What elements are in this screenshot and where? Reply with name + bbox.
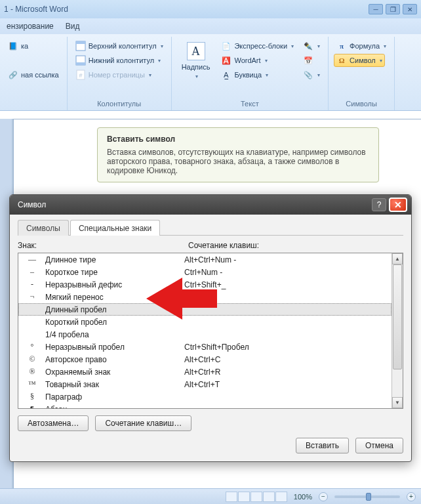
datetime-icon: 📅 [303, 55, 313, 66]
insert-button[interactable]: Вставить [296, 438, 349, 453]
dialog-close-button[interactable]: ✕ [389, 198, 407, 212]
zoom-out-button[interactable]: − [319, 492, 328, 501]
view-buttons [226, 492, 287, 502]
ribbon-btn-pagenumber[interactable]: # Номер страницы▾ [73, 68, 154, 81]
tooltip-body: Вставка символов, отсутствующих на клави… [107, 148, 369, 175]
ribbon-btn-header[interactable]: Верхний колонтитул▾ [73, 39, 166, 52]
ribbon-group-text: A Надпись ▾ 📄 Экспресс-блоки▾ 🅰️ WordArt… [172, 37, 329, 110]
row-shortcut: Alt+Ctrl+C [184, 355, 391, 364]
ribbon-btn-symbol[interactable]: Ω Символ▾ [334, 54, 385, 67]
ribbon-btn-datetime[interactable]: 📅 [300, 54, 316, 67]
header-char: Знак: [18, 241, 188, 250]
zoom-level[interactable]: 100% [294, 493, 312, 501]
list-table[interactable]: —Длинное тиреAlt+Ctrl+Num -–Короткое тир… [18, 253, 391, 408]
ribbon-btn-wordart[interactable]: 🅰️ WordArt▾ [218, 54, 270, 67]
chevron-down-icon: ▾ [161, 43, 163, 49]
row-name: Товарный знак [45, 380, 184, 389]
ribbon-btn-equation[interactable]: π Формула▾ [334, 39, 389, 52]
signature-icon: ✒️ [303, 41, 313, 51]
list-row[interactable]: ©Авторское правоAlt+Ctrl+C [18, 353, 391, 366]
chevron-down-icon: ▾ [291, 43, 294, 49]
header-icon [75, 41, 86, 51]
ribbon-tabs: ензирование Вид [0, 18, 421, 34]
list-row[interactable]: °Неразрывный пробелCtrl+Shift+Пробел [18, 341, 391, 353]
chevron-down-icon: ▾ [195, 74, 198, 79]
ribbon-btn-quickparts[interactable]: 📄 Экспресс-блоки▾ [218, 39, 296, 52]
ribbon-btn-crossref[interactable]: 🔗 ная ссылка [5, 68, 62, 81]
quick-parts-icon: 📄 [221, 41, 231, 51]
view-print-layout[interactable] [226, 492, 237, 502]
row-name: Параграф [45, 392, 184, 402]
view-web-layout[interactable] [251, 492, 262, 502]
list-row[interactable]: Короткий пробел [18, 316, 391, 328]
ribbon-btn-footer[interactable]: Нижний колонтитул▾ [73, 54, 163, 67]
row-name: Неразрывный дефис [45, 280, 184, 289]
list-row[interactable]: ®Охраняемый знакAlt+Ctrl+R [18, 366, 391, 378]
row-name: Длинный пробел [45, 305, 184, 314]
row-shortcut: Ctrl+Num - [184, 268, 391, 277]
ribbon: 📘 ка 🔗 ная ссылка Верхний колонтитул▾ Ни… [0, 34, 421, 111]
list-row[interactable]: §Параграф [18, 390, 391, 403]
cancel-button[interactable]: Отмена [355, 438, 403, 453]
footer-icon [75, 55, 86, 66]
ribbon-group-header-footer: Верхний колонтитул▾ Нижний колонтитул▾ #… [68, 37, 172, 110]
ribbon-btn-signature[interactable]: ✒️▾ [300, 39, 323, 52]
shortcut-key-button[interactable]: Сочетание клавиш… [95, 415, 191, 431]
row-name: Мягкий перенос [45, 293, 184, 302]
window-restore-button[interactable]: ❐ [386, 4, 400, 14]
window-minimize-button[interactable]: ─ [369, 4, 383, 14]
view-outline[interactable] [263, 492, 275, 502]
equation-icon: π [336, 41, 347, 51]
zoom-slider[interactable] [334, 495, 400, 498]
ribbon-group-symbols: π Формула▾ Ω Символ▾ Символы [329, 37, 395, 110]
window-close-button[interactable]: ✕ [403, 4, 417, 14]
row-shortcut: Alt+Ctrl+R [184, 368, 391, 377]
dialog-titlebar[interactable]: Символ ? ✕ [10, 195, 411, 215]
list-row[interactable]: —Длинное тиреAlt+Ctrl+Num - [18, 253, 391, 266]
status-bar: 100% − + [0, 488, 421, 504]
list-row[interactable]: Длинный пробел [18, 303, 391, 316]
row-symbol: © [19, 354, 45, 364]
ribbon-btn-textbox[interactable]: A Надпись ▾ [177, 39, 215, 82]
wordart-icon: 🅰️ [221, 55, 231, 66]
chevron-down-icon: ▾ [149, 72, 151, 78]
view-draft[interactable] [275, 492, 287, 502]
tab-special-chars[interactable]: Специальные знаки [70, 220, 160, 236]
autocorrect-button[interactable]: Автозамена… [18, 415, 89, 431]
row-shortcut: Ctrl+Shift+Пробел [184, 343, 391, 352]
ribbon-tab-review[interactable]: ензирование [7, 22, 54, 31]
list-row[interactable]: ¶Абзац [18, 403, 391, 408]
svg-rect-1 [76, 41, 85, 44]
row-name: Короткое тире [45, 268, 184, 277]
list-row[interactable]: -Неразрывный дефисCtrl+Shift+_ [18, 278, 391, 291]
zoom-thumb[interactable] [366, 493, 371, 501]
chevron-down-icon: ▾ [265, 58, 268, 64]
chevron-down-icon: ▾ [317, 72, 320, 78]
scroll-down-button[interactable]: ▼ [392, 397, 403, 408]
dropcap-icon: A̲ [221, 70, 231, 80]
tab-symbols[interactable]: Символы [18, 220, 69, 236]
chevron-down-icon: ▾ [317, 43, 320, 49]
list-row[interactable]: ™Товарный знакAlt+Ctrl+T [18, 378, 391, 390]
row-symbol: § [19, 392, 45, 402]
dialog-help-button[interactable]: ? [372, 198, 386, 211]
row-name: 1/4 пробела [45, 330, 184, 339]
symbol-icon: Ω [336, 55, 347, 66]
ribbon-btn-object[interactable]: 📎▾ [300, 68, 323, 81]
scroll-thumb[interactable] [393, 264, 402, 369]
special-chars-list: —Длинное тиреAlt+Ctrl+Num -–Короткое тир… [18, 253, 403, 409]
row-shortcut: Ctrl+Shift+_ [184, 280, 391, 289]
zoom-in-button[interactable]: + [407, 492, 416, 501]
row-symbol: — [19, 255, 45, 264]
vertical-scrollbar[interactable]: ▲ ▼ [391, 253, 403, 408]
ribbon-btn-dropcap[interactable]: A̲ Буквица▾ [218, 68, 271, 81]
list-row[interactable]: 1/4 пробела [18, 328, 391, 341]
window-titlebar: 1 - Microsoft Word ─ ❐ ✕ [0, 0, 421, 18]
list-row[interactable]: ¬Мягкий переносCtrl+- [18, 291, 391, 303]
view-full-screen[interactable] [238, 492, 250, 502]
list-row[interactable]: –Короткое тиреCtrl+Num - [18, 266, 391, 278]
bookmark-icon: 📘 [8, 41, 18, 51]
ribbon-btn-bookmark[interactable]: 📘 ка [5, 39, 31, 52]
scroll-up-button[interactable]: ▲ [392, 253, 403, 264]
ribbon-tab-view[interactable]: Вид [66, 22, 80, 31]
